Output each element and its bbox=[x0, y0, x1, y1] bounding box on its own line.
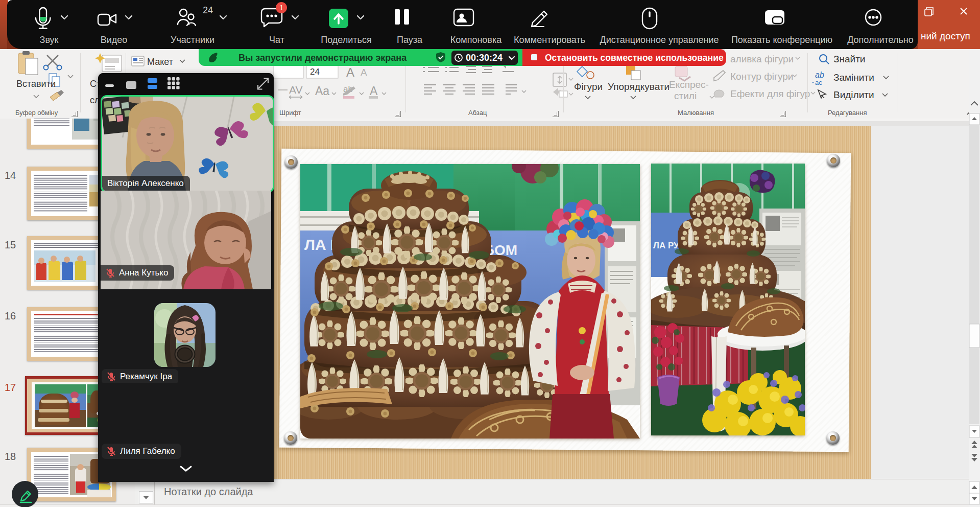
svg-text:A: A bbox=[370, 84, 378, 98]
svg-text:A: A bbox=[346, 65, 354, 79]
svg-text:Упорядкувати: Упорядкувати bbox=[608, 81, 670, 92]
svg-text:Aa: Aa bbox=[315, 84, 329, 98]
svg-text:ac: ac bbox=[815, 79, 822, 86]
svg-text:Знайти: Знайти bbox=[833, 54, 865, 64]
svg-text:Фігури: Фігури bbox=[574, 81, 603, 92]
svg-text:ab: ab bbox=[815, 71, 824, 79]
svg-text:24: 24 bbox=[310, 67, 320, 77]
svg-text:Виділити: Виділити bbox=[833, 89, 874, 100]
svg-text:Експрес-: Експрес- bbox=[669, 79, 709, 90]
svg-text:1: 1 bbox=[279, 4, 283, 12]
svg-text:Ефекти для фігур: Ефекти для фігур bbox=[730, 88, 810, 99]
svg-text:стилі: стилі bbox=[674, 90, 697, 101]
svg-text:Макет: Макет bbox=[147, 57, 173, 67]
svg-text:24: 24 bbox=[203, 5, 213, 15]
svg-text:аливка фігури: аливка фігури bbox=[730, 54, 794, 64]
svg-text:Замінити: Замінити bbox=[833, 72, 874, 83]
svg-text:Контур фігури: Контур фігури bbox=[730, 71, 793, 82]
svg-text:AV: AV bbox=[289, 84, 302, 96]
svg-text:A: A bbox=[361, 67, 367, 78]
